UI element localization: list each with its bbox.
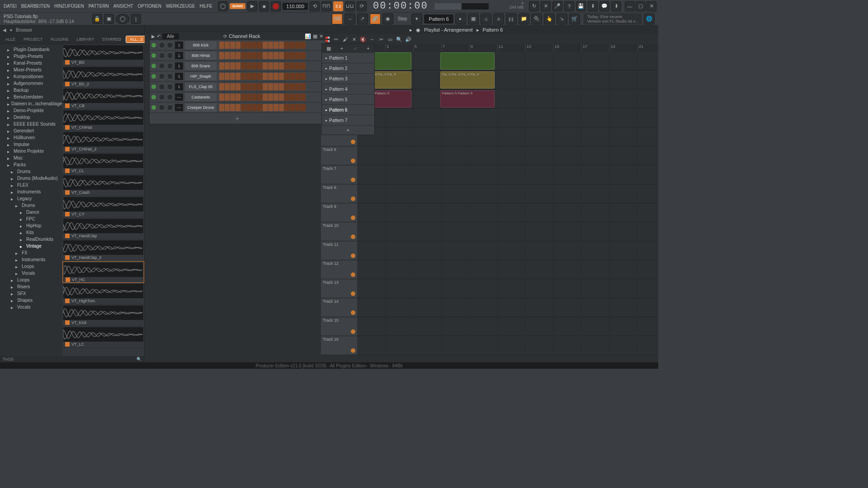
maximize-icon[interactable]: ▢	[636, 1, 646, 11]
menu-hinzufügen[interactable]: HINZUFÜGEN	[52, 3, 86, 9]
step-cell[interactable]	[268, 62, 273, 70]
step-cell[interactable]	[279, 104, 284, 111]
rack-grid-icon[interactable]: ▦	[313, 33, 317, 39]
track-lane[interactable]	[357, 317, 658, 336]
step-cell[interactable]	[290, 104, 295, 111]
track-header[interactable]: Track 16	[321, 336, 357, 355]
tree-item[interactable]: ▸Loops	[0, 263, 62, 270]
track-mute-button[interactable]	[351, 253, 355, 258]
step-cell[interactable]	[225, 62, 230, 70]
play-sample-icon[interactable]	[66, 277, 70, 282]
play-sample-icon[interactable]	[65, 299, 70, 303]
channel-name-button[interactable]: 808 HiHat	[185, 52, 217, 60]
step-cell[interactable]	[263, 94, 268, 101]
step-cell[interactable]	[274, 104, 278, 111]
tree-item[interactable]: ▸Meine Projekte	[0, 148, 62, 155]
track-header[interactable]: Track 15	[321, 317, 357, 336]
track-mute-button[interactable]	[351, 310, 355, 315]
step-cell[interactable]	[301, 73, 306, 80]
sample-item[interactable]: VT_CHiHat_2	[62, 131, 144, 153]
shop-icon[interactable]: 🛒	[569, 14, 580, 24]
step-cell[interactable]	[284, 94, 289, 101]
tree-item[interactable]: ▸Plugin-Datenbank	[0, 46, 62, 53]
pattern-item[interactable]: Pattern 5	[322, 94, 374, 105]
step-cell[interactable]	[274, 83, 278, 90]
track-lane[interactable]	[357, 52, 658, 70]
slip-tool-icon[interactable]: ↔	[368, 35, 376, 43]
tempo-display[interactable]: 110.000	[283, 3, 308, 10]
step-cell[interactable]	[295, 83, 300, 90]
step-cell[interactable]	[257, 104, 262, 111]
song-mode-button[interactable]: SONG	[230, 3, 246, 9]
tree-item[interactable]: ▸Vintage	[0, 243, 62, 249]
piano-roll-button[interactable]: ♫	[481, 14, 491, 24]
feedback-icon[interactable]: 💬	[599, 1, 609, 11]
playlist-pattern[interactable]: Pattern 6	[483, 27, 503, 33]
channel-mute-led[interactable]	[151, 84, 156, 89]
wait-icon[interactable]: ⊓⊓	[321, 1, 331, 11]
track-mute-button[interactable]	[351, 159, 355, 163]
channel-pan-knob[interactable]	[159, 84, 165, 90]
track-mute-button[interactable]	[351, 272, 355, 277]
track-header[interactable]: Track 11	[321, 241, 357, 260]
track-lane[interactable]	[357, 184, 658, 203]
switch-icon[interactable]: ✕	[541, 1, 551, 11]
rack-undo-icon[interactable]: ↶	[157, 34, 160, 39]
close-icon[interactable]: ✕	[646, 1, 656, 11]
step-cell[interactable]	[295, 52, 300, 59]
step-cell[interactable]	[274, 94, 278, 101]
menu-ansicht[interactable]: ANSICHT	[112, 3, 135, 9]
tree-item[interactable]: ▸Kompositionen	[0, 73, 62, 80]
channel-route[interactable]: 1	[175, 83, 183, 90]
step-cell[interactable]	[290, 42, 295, 49]
step-cell[interactable]	[284, 62, 289, 70]
tree-item[interactable]: ▸Desktop	[0, 114, 62, 121]
channel-name-button[interactable]: 808 Snare	[185, 62, 217, 70]
step-cell[interactable]	[301, 104, 306, 111]
step-cell[interactable]	[230, 73, 235, 80]
step-cell[interactable]	[241, 73, 246, 80]
time-display[interactable]: 00:00:00	[373, 0, 428, 12]
tree-item[interactable]: ▸Instruments	[0, 188, 62, 195]
step-cell[interactable]	[219, 94, 224, 101]
step-cell[interactable]	[284, 83, 289, 90]
channel-name-button[interactable]: Creeper Drone	[185, 103, 217, 112]
track-header[interactable]: Track 7	[321, 165, 357, 184]
snap-dropdown-icon[interactable]: ▾	[411, 14, 422, 24]
automation-icon[interactable]: ◉	[416, 27, 420, 33]
browser-tab[interactable]: ALLE	[2, 36, 19, 42]
snap-button[interactable]: 🔗	[370, 14, 381, 24]
pattern-item[interactable]: Pattern 1	[322, 53, 374, 63]
tree-item[interactable]: ▸Loops	[0, 277, 62, 283]
rack-graph-icon[interactable]: 📊	[305, 33, 311, 39]
channel-vol-knob[interactable]	[167, 73, 173, 80]
mic-icon[interactable]: 🎤	[552, 1, 562, 11]
step-cell[interactable]	[230, 52, 235, 59]
channel-name-button[interactable]: HIP_Snaph	[185, 72, 217, 80]
browser-tree[interactable]: ▸Plugin-Datenbank▸Plugin-Presets▸Kanal-P…	[0, 44, 62, 356]
step-cell[interactable]	[225, 42, 230, 49]
step-cell[interactable]	[236, 94, 241, 101]
step-cell[interactable]	[301, 94, 306, 101]
step-cell[interactable]	[301, 83, 306, 90]
zoom-tool-icon[interactable]: 🔍	[395, 35, 403, 43]
step-cell[interactable]	[284, 104, 289, 111]
render-icon[interactable]: ⬇	[588, 1, 598, 11]
track-header[interactable]: Track 14	[321, 298, 357, 317]
step-cell[interactable]	[279, 62, 284, 70]
plugin-button[interactable]: 🔌	[531, 14, 542, 24]
play-sample-icon[interactable]	[65, 103, 70, 108]
news-panel[interactable]: Today: Eine neuereVersion von FL Studio …	[584, 14, 642, 24]
sample-item[interactable]: VT_LC	[62, 326, 144, 348]
sample-item[interactable]: VT_BD_2	[62, 66, 144, 88]
playback-tool-icon[interactable]: 🔊	[404, 35, 412, 43]
tree-item[interactable]: ▸Plugin-Presets	[0, 53, 62, 60]
step-cell[interactable]	[252, 62, 257, 70]
track-lane[interactable]: Pa..4 Pa..4 Pa..4 Pa..4Pa..4 Pa..4 Pa..4…	[357, 70, 658, 89]
tree-item[interactable]: ▸Hüllkurven	[0, 134, 62, 141]
step-cell[interactable]	[295, 73, 300, 80]
tree-item[interactable]: ▸Aufgenommen	[0, 80, 62, 87]
main-volume-knob[interactable]: ◯	[116, 14, 129, 24]
tree-item[interactable]: ▸FPC	[0, 216, 62, 222]
sample-list[interactable]: VT_BDVT_BD_2VT_CBVT_CHiHatVT_CHiHat_2VT_…	[62, 44, 144, 356]
